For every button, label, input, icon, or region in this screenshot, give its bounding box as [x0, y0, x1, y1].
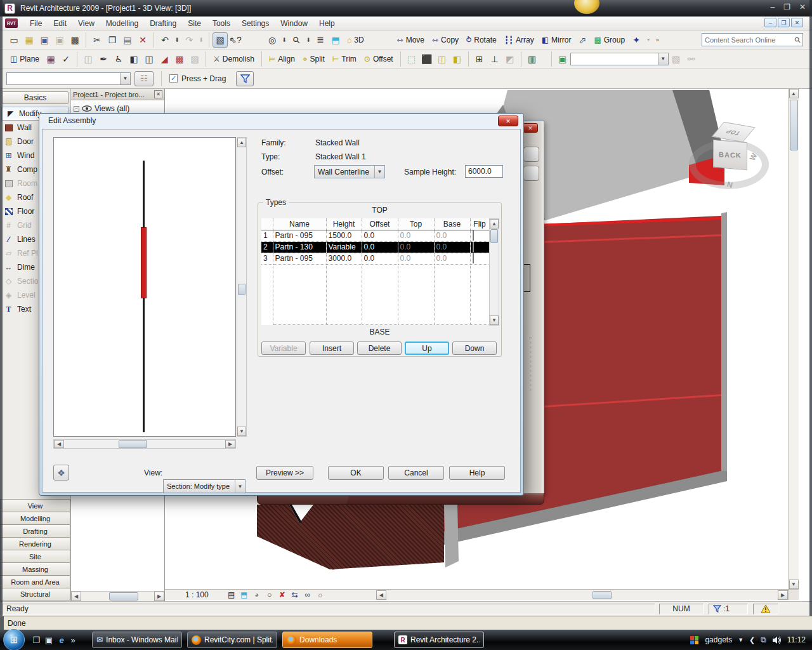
demolish-button[interactable]: ⚔ Demolish — [209, 53, 258, 65]
wall-sweep-icon[interactable]: ▥ — [525, 51, 540, 67]
menu-help[interactable]: Help — [313, 18, 341, 29]
scroll-left-icon[interactable]: ◀ — [71, 592, 81, 601]
thin-lines-icon[interactable]: ≣ — [313, 32, 328, 48]
rotate-button[interactable]: ⥁ Rotate — [462, 34, 501, 46]
tab-structural[interactable]: Structural — [0, 588, 70, 600]
network-icon[interactable]: ⧉ — [761, 635, 766, 644]
restore-button[interactable]: ❐ — [783, 3, 790, 11]
cut-geometry-icon[interactable]: ◫ — [435, 51, 450, 67]
sun-path-icon[interactable]: ○ — [263, 590, 276, 599]
menu-view[interactable]: View — [72, 18, 100, 29]
paste-icon[interactable]: ▤ — [120, 32, 135, 48]
render-region-icon[interactable]: ▣ — [555, 51, 570, 67]
menu-modelling[interactable]: Modelling — [100, 18, 144, 29]
table-row[interactable]: 1 Partn - 095 1500.0 0.0 0.0 0.0 — [261, 230, 489, 241]
small-box-icon[interactable]: ▫ — [644, 32, 653, 48]
scroll-thumb[interactable] — [119, 440, 147, 448]
wall-join-2-icon[interactable]: ⬛ — [419, 51, 435, 67]
offset-combo-arrow-icon[interactable]: ▼ — [374, 166, 384, 178]
gadgets-label[interactable]: gadgets — [705, 635, 732, 644]
reveal-hidden-icon[interactable]: ∞ — [301, 590, 314, 599]
content-search-box[interactable]: ⚲ — [702, 33, 803, 46]
project-browser-close-icon[interactable]: ✕ — [154, 90, 162, 98]
hatch-icon[interactable]: ▨ — [187, 51, 202, 67]
paint-icon[interactable]: ◢ — [157, 51, 172, 67]
move-button[interactable]: ⇿ Move — [393, 34, 428, 46]
mdi-minimize-button[interactable]: ‒ — [764, 18, 776, 27]
grid-icon[interactable]: ▦ — [43, 51, 58, 67]
tab-view[interactable]: View — [0, 499, 70, 512]
mdi-close-button[interactable]: ✕ — [791, 18, 803, 27]
taskbar-button-downloads[interactable]: Downloads — [282, 632, 372, 648]
copy-button[interactable]: ⇿ Copy — [428, 34, 462, 46]
pin-icon[interactable]: ✦ — [629, 32, 644, 48]
align-button[interactable]: ⊨ Align — [265, 53, 299, 65]
taskbar-button-revit[interactable]: R Revit Architecture 2... — [394, 632, 484, 648]
mdi-restore-button[interactable]: ❐ — [778, 18, 790, 27]
scroll-thumb[interactable] — [593, 591, 612, 599]
split-face-icon[interactable]: ⊥ — [487, 51, 502, 67]
print-icon[interactable]: ▩ — [67, 32, 82, 48]
scroll-up-icon[interactable]: ▲ — [237, 138, 246, 147]
tab-site[interactable]: Site — [0, 550, 70, 562]
new-document-icon[interactable]: ▭ — [6, 32, 22, 48]
variable-button[interactable]: Variable — [261, 342, 306, 355]
linework-right-icon[interactable]: ◫ — [141, 51, 157, 67]
scroll-thumb[interactable] — [490, 229, 498, 243]
scroll-thumb[interactable] — [790, 100, 798, 150]
crop-region-visible-icon[interactable]: ⇆ — [289, 590, 301, 599]
flip-checkbox[interactable] — [473, 230, 474, 241]
tray-expand-chevron-icon[interactable]: ❮ — [749, 636, 755, 644]
tab-room-and-area[interactable]: Room and Area — [0, 575, 70, 588]
insert-button[interactable]: Insert — [310, 342, 354, 355]
quicklaunch-show-desktop-icon[interactable]: ▣ — [43, 633, 55, 646]
project-browser-titlebar[interactable]: Project1 - Project bro... ✕ — [71, 89, 164, 100]
scroll-down-icon[interactable]: ▼ — [789, 580, 799, 589]
scroll-down-icon[interactable]: ▼ — [237, 427, 246, 436]
start-button[interactable]: ⊞ — [3, 629, 25, 650]
scroll-up-icon[interactable]: ▲ — [490, 219, 499, 229]
assembly-preview-pane[interactable] — [53, 137, 236, 437]
render-preset-combobox[interactable]: ▼ — [570, 53, 669, 65]
delete-icon[interactable]: ✕ — [135, 32, 150, 48]
resize-icon[interactable]: ⬀ — [575, 32, 590, 48]
tree-collapse-icon[interactable]: − — [74, 106, 79, 112]
split-button[interactable]: ⋄ Split — [299, 53, 329, 65]
scroll-left-icon[interactable]: ◀ — [54, 440, 64, 448]
offset-button[interactable]: ⊙ Offset — [360, 53, 397, 65]
menu-tools[interactable]: Tools — [207, 18, 236, 29]
quicklaunch-internet-explorer-icon[interactable]: e — [55, 633, 68, 646]
cut-icon[interactable]: ✂ — [89, 32, 105, 48]
wall-join-1-icon[interactable]: ⬚ — [404, 51, 419, 67]
view-combo-arrow-icon[interactable]: ▼ — [235, 480, 245, 493]
cope-icon[interactable]: ▩ — [172, 51, 187, 67]
undo-dropdown-icon[interactable]: ⬇ — [173, 32, 181, 48]
content-search-input[interactable] — [705, 36, 795, 44]
linework-left-icon[interactable]: ◧ — [126, 51, 141, 67]
volume-icon[interactable] — [772, 636, 782, 644]
delete-button[interactable]: Delete — [357, 342, 402, 355]
crop-view-icon[interactable]: ✘ — [276, 590, 289, 599]
scroll-right-icon[interactable]: ▶ — [154, 592, 164, 601]
flip-checkbox[interactable] — [473, 253, 474, 263]
array-button[interactable]: ┇┇ Array — [501, 34, 538, 46]
redo-icon[interactable]: ↷ — [181, 32, 197, 48]
tray-dropdown-icon[interactable]: ▼ — [738, 637, 743, 643]
spelling-icon[interactable]: ✓ — [58, 51, 74, 67]
table-row[interactable]: 3 Partn - 095 3000.0 0.0 0.0 0.0 — [261, 253, 489, 264]
viewcube-back-face[interactable]: BACK — [713, 140, 747, 171]
up-button[interactable]: Up — [405, 342, 449, 355]
mirror-button[interactable]: ◧ Mirror — [538, 34, 575, 46]
project-browser-hscrollbar[interactable]: ◀ ▶ — [71, 591, 164, 601]
model-graphics-style-icon[interactable]: ⬒ — [238, 590, 251, 599]
table-row-selected[interactable]: 2 Partn - 130 Variable 0.0 0.0 0.0 — [261, 241, 489, 253]
scroll-up-icon[interactable]: ▲ — [789, 89, 799, 98]
scroll-down-icon[interactable]: ▼ — [490, 315, 499, 325]
tab-rendering[interactable]: Rendering — [0, 537, 70, 550]
view-scale-label[interactable]: 1 : 100 — [185, 590, 209, 599]
view-properties-icon-button[interactable]: ❖ — [53, 465, 69, 481]
detail-compass-icon[interactable]: ♿ — [111, 51, 126, 67]
toolbar-overflow-chevron-icon[interactable]: » — [653, 32, 662, 48]
context-help-icon[interactable]: ⇖? — [228, 32, 243, 48]
types-table-vscrollbar[interactable]: ▲ ▼ — [489, 218, 499, 326]
